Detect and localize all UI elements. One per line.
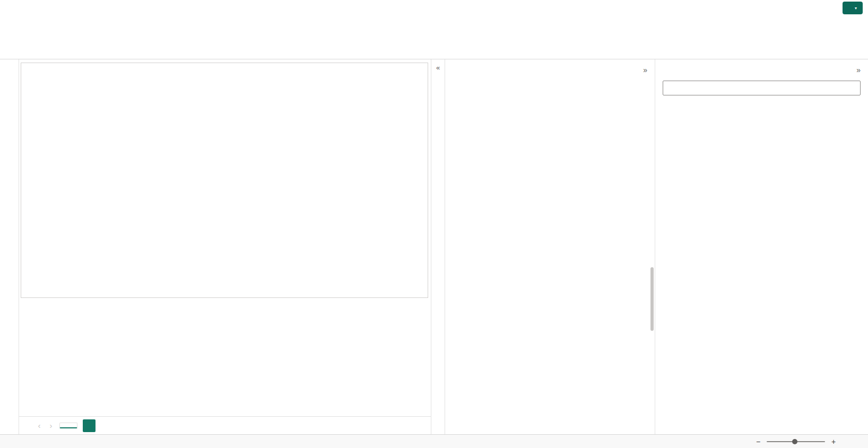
share-button[interactable]: ▾ <box>843 2 863 14</box>
powerbi-desktop-window: ▾ <box>0 0 868 448</box>
report-canvas-column: ‹ › <box>19 59 431 434</box>
collapse-visualizations-pane-icon[interactable]: » <box>643 66 647 74</box>
visualizations-pane: » <box>445 59 655 434</box>
expand-filters-pane-icon[interactable]: « <box>436 64 440 72</box>
zoom-slider[interactable] <box>767 441 825 442</box>
search-box <box>663 81 861 95</box>
zoom-controls: − + <box>754 437 862 446</box>
page-navigation-bar: ‹ › <box>19 416 431 434</box>
main-area: ‹ › « » » <box>0 59 868 434</box>
previous-page-arrow[interactable]: ‹ <box>36 421 42 430</box>
zoom-in-button[interactable]: + <box>830 437 837 446</box>
status-bar: − + <box>0 434 868 448</box>
new-page-button[interactable] <box>83 419 96 432</box>
zoom-out-button[interactable]: − <box>754 437 762 446</box>
visualizations-scrollbar[interactable] <box>650 240 654 430</box>
line-chart-visual[interactable] <box>21 63 428 298</box>
menu-bar: ▾ <box>0 0 868 16</box>
filters-pane-collapsed[interactable]: « <box>431 59 445 434</box>
get-more-visuals-button[interactable] <box>445 88 655 93</box>
data-pane: » <box>655 59 868 434</box>
zoom-slider-thumb[interactable] <box>792 439 797 444</box>
search-input[interactable] <box>671 84 856 92</box>
visualizations-mode-tabs <box>445 82 655 88</box>
view-switcher-rail <box>0 59 19 434</box>
field-wells <box>445 228 649 434</box>
line-chart <box>31 94 423 287</box>
chart-plot-area <box>23 94 423 295</box>
report-canvas[interactable] <box>19 59 431 416</box>
scrollbar-thumb[interactable] <box>650 267 654 331</box>
page-tab-page-1[interactable] <box>59 423 77 428</box>
collapse-data-pane-icon[interactable]: » <box>856 66 861 74</box>
next-page-arrow[interactable]: › <box>48 421 54 430</box>
ribbon <box>0 16 868 59</box>
chevron-down-icon: ▾ <box>855 6 857 11</box>
